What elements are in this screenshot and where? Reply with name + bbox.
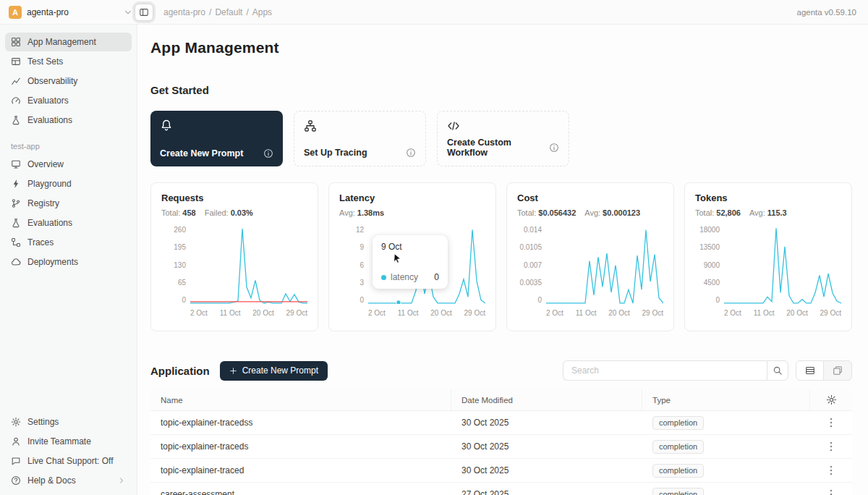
y-tick: 260 xyxy=(174,227,186,234)
y-tick: 6 xyxy=(359,262,364,269)
sidebar: App ManagementTest SetsObservabilityEval… xyxy=(0,25,137,495)
breadcrumb-item-default[interactable]: Default xyxy=(215,7,242,17)
stat-card-stats: Avg:1.38ms xyxy=(339,208,485,217)
get-started-card-set-up-tracing[interactable]: Set Up Tracing xyxy=(294,111,426,166)
traces-icon xyxy=(11,237,21,248)
y-tick: 0.0035 xyxy=(519,279,542,287)
page-title: App Management xyxy=(150,39,852,56)
sidebar-item-live-chat-support-off[interactable]: Live Chat Support: Off xyxy=(5,452,132,470)
chevron-right-icon xyxy=(117,476,126,485)
column-header-name[interactable]: Name xyxy=(150,389,451,410)
apps-icon xyxy=(11,37,21,47)
sidebar-item-label: Observability xyxy=(27,76,77,86)
search-group xyxy=(563,360,788,381)
row-menu-button[interactable] xyxy=(825,464,838,477)
row-menu-button[interactable] xyxy=(825,488,838,495)
app-table: NameDate ModifiedType topic-explainer-tr… xyxy=(150,389,852,495)
series-tokens xyxy=(724,228,841,303)
sidebar-item-observability[interactable]: Observability xyxy=(5,72,132,90)
search-button[interactable] xyxy=(767,360,788,381)
table-row[interactable]: topic-explainer-traceds30 Oct 2025comple… xyxy=(150,435,852,459)
sidebar-item-app-management[interactable]: App Management xyxy=(5,33,132,51)
y-tick: 65 xyxy=(178,279,186,287)
get-started-cards: Create New PromptSet Up TracingCreate Cu… xyxy=(150,111,852,166)
stat-pair: Total:52,806 xyxy=(695,208,741,217)
y-tick: 0.014 xyxy=(524,227,542,234)
y-axis: 260195130650 xyxy=(161,226,186,304)
chart-area: 260195130650 xyxy=(161,226,307,304)
sidebar-item-evaluators[interactable]: Evaluators xyxy=(5,91,132,110)
sidebar-item-label: App Management xyxy=(27,37,96,47)
y-axis: 1800013500900045000 xyxy=(695,226,720,304)
table-row[interactable]: topic-explainer-traced30 Oct 2025complet… xyxy=(150,459,852,483)
deployments-icon xyxy=(11,257,21,267)
workspace-selector[interactable]: A agenta-pro xyxy=(9,6,133,19)
sidebar-item-help-docs[interactable]: Help & Docs xyxy=(5,471,132,490)
sidebar-item-traces[interactable]: Traces xyxy=(5,233,132,252)
sidebar-item-label: Evaluations xyxy=(27,218,72,228)
sidebar-item-evaluations[interactable]: Evaluations xyxy=(5,111,132,130)
x-tick: 20 Oct xyxy=(252,309,273,317)
type-cell: completion xyxy=(642,440,810,454)
sidebar-collapse-button[interactable] xyxy=(135,4,153,21)
type-cell: completion xyxy=(642,488,810,495)
tooltip-series-value: 0 xyxy=(434,272,439,282)
table-view-button[interactable] xyxy=(796,361,824,380)
stat-card-title: Tokens xyxy=(695,192,841,203)
sidebar-item-registry[interactable]: Registry xyxy=(5,194,132,213)
get-started-card-create-new-prompt[interactable]: Create New Prompt xyxy=(150,111,283,166)
chat-icon xyxy=(11,456,21,466)
card-bottom-row: Create New Prompt xyxy=(160,148,273,158)
x-tick: 2 Oct xyxy=(546,309,563,317)
stat-value: $0.000123 xyxy=(603,208,640,217)
app-table-header: NameDate ModifiedType xyxy=(150,389,852,411)
sidebar-item-label: Help & Docs xyxy=(27,475,76,486)
chart-plot[interactable] xyxy=(724,226,841,304)
breadcrumb-item-agenta-pro[interactable]: agenta-pro xyxy=(163,7,205,17)
x-axis: 2 Oct11 Oct20 Oct29 Oct xyxy=(724,309,841,317)
observability-icon xyxy=(11,76,21,86)
table-row[interactable]: career-assessment27 Oct 2025completion xyxy=(150,483,852,495)
x-tick: 11 Oct xyxy=(576,309,597,317)
row-menu-button[interactable] xyxy=(825,416,838,429)
create-new-prompt-button[interactable]: Create New Prompt xyxy=(220,361,328,381)
application-bar: Application Create New Prompt xyxy=(150,360,852,381)
app-table-body: topic-explainer-tracedss30 Oct 2025compl… xyxy=(150,411,852,495)
y-tick: 9000 xyxy=(704,262,720,269)
type-badge: completion xyxy=(652,416,704,430)
sidebar-item-deployments[interactable]: Deployments xyxy=(5,253,132,271)
info-icon[interactable] xyxy=(549,143,559,153)
search-input[interactable] xyxy=(563,360,767,381)
table-view-icon xyxy=(805,365,815,376)
card-bottom-row: Set Up Tracing xyxy=(304,148,416,158)
invite-icon xyxy=(11,436,21,447)
row-menu-button[interactable] xyxy=(825,440,838,453)
get-started-card-label: Set Up Tracing xyxy=(304,148,367,158)
gear-icon[interactable] xyxy=(826,394,837,405)
card-view-button[interactable] xyxy=(824,361,851,380)
get-started-card-create-custom-workflow[interactable]: Create Custom Workflow xyxy=(437,111,569,166)
x-tick: 2 Oct xyxy=(724,309,741,317)
card-bottom-row: Create Custom Workflow xyxy=(447,138,559,158)
info-icon[interactable] xyxy=(406,148,416,158)
chart-plot[interactable] xyxy=(546,226,663,304)
sidebar-item-overview[interactable]: Overview xyxy=(5,155,132,174)
x-tick: 11 Oct xyxy=(220,309,241,317)
sidebar-item-test-sets[interactable]: Test Sets xyxy=(5,52,132,71)
column-header-date-modified[interactable]: Date Modified xyxy=(451,389,642,410)
sidebar-item-evaluations[interactable]: Evaluations xyxy=(5,213,132,232)
stat-card-title: Requests xyxy=(161,192,307,203)
info-icon[interactable] xyxy=(263,148,273,158)
sidebar-item-playground[interactable]: Playground xyxy=(5,174,132,193)
sidebar-item-label: Deployments xyxy=(27,257,78,267)
stat-pair: Avg:1.38ms xyxy=(339,208,384,217)
sidebar-item-settings[interactable]: Settings xyxy=(5,412,132,431)
evaluations-icon xyxy=(11,115,21,125)
x-tick: 29 Oct xyxy=(286,309,307,317)
column-header-type[interactable]: Type xyxy=(642,389,810,410)
sidebar-item-invite-teammate[interactable]: Invite Teammate xyxy=(5,432,132,451)
x-tick: 2 Oct xyxy=(368,309,386,317)
table-row[interactable]: topic-explainer-tracedss30 Oct 2025compl… xyxy=(150,411,852,435)
chart-plot[interactable] xyxy=(190,226,307,304)
breadcrumb-item-apps[interactable]: Apps xyxy=(252,7,272,17)
